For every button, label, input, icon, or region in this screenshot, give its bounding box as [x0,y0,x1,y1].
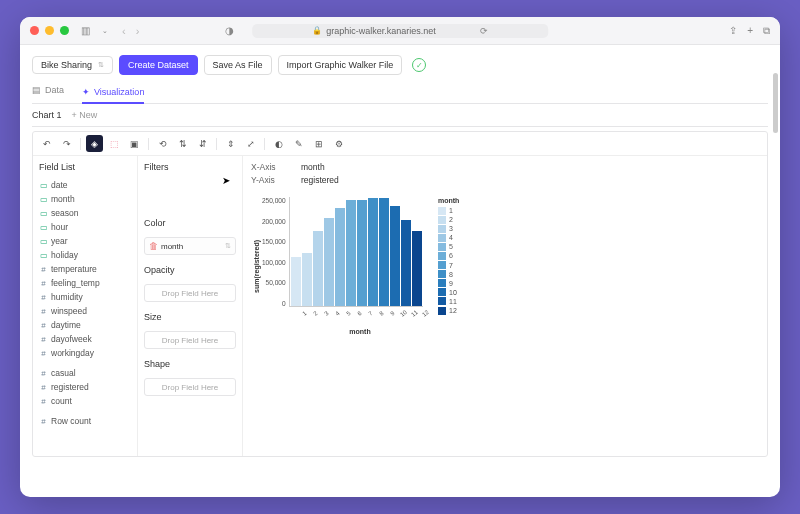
field-holiday[interactable]: ▭holiday [39,248,131,262]
bar-2[interactable] [302,253,312,306]
shape-shelf[interactable]: Drop Field Here [144,378,236,396]
chart-tabs: Chart 1 + New [32,104,768,127]
close-window-button[interactable] [30,26,39,35]
stack-button[interactable]: ▣ [126,135,143,152]
dataset-select[interactable]: Bike Sharing ⇅ [32,56,113,74]
field-daytime[interactable]: #daytime [39,318,131,332]
field-dayofweek[interactable]: #dayofweek [39,332,131,346]
number-icon: # [39,321,48,330]
legend-item-8[interactable]: 8 [438,270,459,279]
field-registered[interactable]: #registered [39,380,131,394]
legend-item-9[interactable]: 9 [438,279,459,288]
field-workingday[interactable]: #workingday [39,346,131,360]
minimize-window-button[interactable] [45,26,54,35]
save-as-file-button[interactable]: Save As File [204,55,272,75]
chart-tab-new[interactable]: + New [72,110,98,120]
field-winspeed[interactable]: #winspeed [39,304,131,318]
main-tabs: ▤ Data ✦ Visualization [32,85,768,104]
settings-gear-icon[interactable]: ⚙ [330,135,347,152]
transpose-button[interactable]: ⟲ [154,135,171,152]
selection-button[interactable]: ⬚ [106,135,123,152]
category-icon: ▭ [39,237,48,246]
legend-swatch [438,307,446,315]
legend-item-5[interactable]: 5 [438,242,459,251]
field-month[interactable]: ▭month [39,192,131,206]
field-humidity[interactable]: #humidity [39,290,131,304]
bar-9[interactable] [379,198,389,306]
scrollbar[interactable] [773,73,778,133]
chevron-updown-icon: ⇅ [98,61,104,69]
bar-1[interactable] [291,257,301,306]
shield-icon[interactable]: ◑ [225,25,234,36]
opacity-shelf[interactable]: Drop Field Here [144,284,236,302]
x-axis-row[interactable]: X-Axis month [251,162,759,172]
chart-legend: month 123456789101112 [438,197,459,315]
field-casual[interactable]: #casual [39,366,131,380]
delete-icon[interactable]: 🗑 [149,241,158,251]
import-file-button[interactable]: Import Graphic Walker File [278,55,403,75]
sort-desc-button[interactable]: ⇵ [194,135,211,152]
field-feeling_temp[interactable]: #feeling_temp [39,276,131,290]
y-axis-row[interactable]: Y-Axis registered [251,175,759,185]
legend-item-12[interactable]: 12 [438,306,459,315]
field-season[interactable]: ▭season [39,206,131,220]
bar-10[interactable] [390,206,400,306]
create-dataset-button[interactable]: Create Dataset [119,55,198,75]
field-hour[interactable]: ▭hour [39,220,131,234]
tab-data-label: Data [45,85,64,95]
legend-item-6[interactable]: 6 [438,251,459,260]
resize-button[interactable]: ⤢ [242,135,259,152]
bar-4[interactable] [324,218,334,306]
sidebar-icon[interactable]: ▥ [81,25,90,36]
legend-item-11[interactable]: 11 [438,297,459,306]
brush-button[interactable]: ✎ [290,135,307,152]
mark-type-button[interactable]: ◈ [86,135,103,152]
legend-item-3[interactable]: 3 [438,224,459,233]
bar-7[interactable] [357,200,367,306]
legend-swatch [438,288,446,296]
legend-swatch [438,216,446,224]
tab-visualization[interactable]: ✦ Visualization [82,85,144,104]
address-bar[interactable]: 🔒 graphic-walker.kanaries.net ⟳ [252,24,548,38]
sort-asc-button[interactable]: ⇅ [174,135,191,152]
legend-item-1[interactable]: 1 [438,206,459,215]
bar-12[interactable] [412,231,422,306]
legend-item-7[interactable]: 7 [438,261,459,270]
nav-arrows: ‹ › [122,25,139,37]
tab-viz-label: Visualization [94,87,144,97]
new-tab-icon[interactable]: + [747,25,753,37]
export-button[interactable]: ⊞ [310,135,327,152]
undo-button[interactable]: ↶ [38,135,55,152]
bar-5[interactable] [335,208,345,306]
chart: sum(registered) 250,000200,000150,000100… [251,197,759,335]
field-year[interactable]: ▭year [39,234,131,248]
chevron-down-icon[interactable]: ⌄ [102,27,108,35]
forward-button[interactable]: › [136,25,140,37]
field-date[interactable]: ▭date [39,178,131,192]
size-shelf[interactable]: Drop Field Here [144,331,236,349]
legend-item-10[interactable]: 10 [438,288,459,297]
theme-button[interactable]: ◐ [270,135,287,152]
bar-6[interactable] [346,200,356,306]
refresh-icon[interactable]: ⟳ [480,26,488,36]
maximize-window-button[interactable] [60,26,69,35]
field-count[interactable]: #count [39,394,131,408]
bar-11[interactable] [401,220,411,306]
legend-swatch [438,252,446,260]
tab-data[interactable]: ▤ Data [32,85,64,99]
share-icon[interactable]: ⇪ [729,25,737,37]
field-temperature[interactable]: #temperature [39,262,131,276]
chart-tab-1[interactable]: Chart 1 [32,110,62,120]
back-button[interactable]: ‹ [122,25,126,37]
field-Row-count[interactable]: #Row count [39,414,131,428]
bar-3[interactable] [313,231,323,306]
tabs-icon[interactable]: ⧉ [763,25,770,37]
legend-swatch [438,234,446,242]
category-icon: ▭ [39,195,48,204]
redo-button[interactable]: ↷ [58,135,75,152]
color-shelf[interactable]: 🗑 month ⇅ [144,237,236,255]
axis-toggle-button[interactable]: ⇕ [222,135,239,152]
legend-item-2[interactable]: 2 [438,215,459,224]
bar-8[interactable] [368,198,378,306]
legend-item-4[interactable]: 4 [438,233,459,242]
